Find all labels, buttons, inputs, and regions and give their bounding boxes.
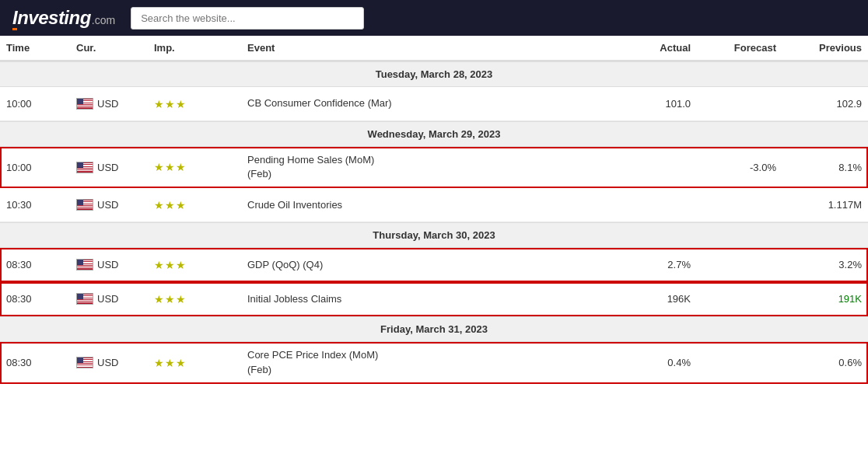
star-icon: ★ bbox=[176, 199, 186, 211]
importance-stars: ★★★ bbox=[154, 98, 235, 110]
event-currency: USD bbox=[70, 92, 148, 116]
flag-us-icon bbox=[76, 98, 93, 110]
star-icon: ★ bbox=[165, 259, 175, 271]
importance-stars: ★★★ bbox=[154, 357, 235, 369]
event-time: 08:30 bbox=[0, 351, 70, 375]
flag-us-icon bbox=[76, 357, 93, 368]
event-previous: 1.117M bbox=[782, 193, 868, 217]
star-icon: ★ bbox=[176, 161, 186, 173]
logo[interactable]: Investing .com bbox=[12, 7, 115, 29]
star-icon: ★ bbox=[154, 259, 164, 271]
event-previous: 3.2% bbox=[782, 253, 868, 277]
event-time: 10:00 bbox=[0, 92, 70, 116]
event-previous: 0.6% bbox=[782, 351, 868, 375]
col-currency: Cur. bbox=[70, 42, 148, 54]
event-title: Initial Jobless Claims bbox=[247, 293, 341, 305]
importance-stars: ★★★ bbox=[154, 259, 235, 271]
event-forecast bbox=[697, 199, 782, 211]
event-currency: USD bbox=[70, 287, 148, 311]
logo-investing-text: Investing bbox=[12, 7, 91, 29]
event-currency: USD bbox=[70, 351, 148, 375]
star-icon: ★ bbox=[165, 161, 175, 173]
flag-us-icon bbox=[76, 293, 93, 305]
event-importance: ★★★ bbox=[148, 92, 241, 117]
event-row[interactable]: 10:00 USD★★★CB Consumer Confidence (Mar)… bbox=[0, 87, 868, 121]
event-forecast bbox=[697, 357, 782, 369]
logo-dotcom-text: .com bbox=[92, 14, 115, 26]
star-icon: ★ bbox=[154, 293, 164, 305]
currency-label: USD bbox=[97, 98, 118, 110]
event-previous: 191K bbox=[782, 287, 868, 311]
table-container: Time Cur. Imp. Event Actual Forecast Pre… bbox=[0, 36, 868, 384]
day-header: Tuesday, March 28, 2023 bbox=[0, 61, 868, 87]
event-name[interactable]: CB Consumer Confidence (Mar) bbox=[241, 90, 619, 117]
event-currency: USD bbox=[70, 193, 148, 217]
event-name[interactable]: Initial Jobless Claims bbox=[241, 286, 619, 312]
event-title: GDP (QoQ) (Q4) bbox=[247, 259, 323, 270]
importance-stars: ★★★ bbox=[154, 161, 235, 173]
event-name[interactable]: Crude Oil Inventories bbox=[241, 192, 619, 218]
event-forecast: -3.0% bbox=[697, 155, 782, 180]
day-header: Wednesday, March 29, 2023 bbox=[0, 121, 868, 147]
event-row[interactable]: 08:30 USD★★★GDP (QoQ) (Q4)2.7%3.2% bbox=[0, 248, 868, 282]
star-icon: ★ bbox=[154, 98, 164, 110]
star-icon: ★ bbox=[165, 293, 175, 305]
event-actual: 2.7% bbox=[619, 253, 697, 277]
star-icon: ★ bbox=[165, 357, 175, 369]
event-row[interactable]: 10:00 USD★★★Pending Home Sales (MoM)(Feb… bbox=[0, 147, 868, 188]
event-title: Crude Oil Inventories bbox=[247, 199, 342, 211]
flag-us-icon bbox=[76, 162, 93, 173]
star-icon: ★ bbox=[165, 199, 175, 211]
event-time: 10:00 bbox=[0, 155, 70, 180]
event-row[interactable]: 08:30 USD★★★Initial Jobless Claims196K19… bbox=[0, 282, 868, 316]
star-icon: ★ bbox=[154, 199, 164, 211]
event-forecast bbox=[697, 259, 782, 271]
event-currency: USD bbox=[70, 253, 148, 277]
currency-label: USD bbox=[97, 199, 118, 211]
event-importance: ★★★ bbox=[148, 351, 241, 375]
event-forecast bbox=[697, 293, 782, 305]
event-previous: 8.1% bbox=[782, 155, 868, 180]
event-actual bbox=[619, 161, 697, 173]
flag-us-icon bbox=[76, 259, 93, 270]
event-currency: USD bbox=[70, 155, 148, 180]
importance-stars: ★★★ bbox=[154, 293, 235, 305]
star-icon: ★ bbox=[154, 161, 164, 173]
star-icon: ★ bbox=[165, 98, 175, 110]
event-actual bbox=[619, 199, 697, 211]
event-time: 08:30 bbox=[0, 253, 70, 277]
col-actual: Actual bbox=[619, 42, 697, 54]
col-forecast: Forecast bbox=[697, 42, 782, 54]
event-actual: 101.0 bbox=[619, 92, 697, 116]
event-name[interactable]: GDP (QoQ) (Q4) bbox=[241, 252, 619, 278]
col-previous: Previous bbox=[782, 42, 868, 54]
col-importance: Imp. bbox=[148, 42, 241, 54]
day-header: Friday, March 31, 2023 bbox=[0, 316, 868, 342]
column-headers: Time Cur. Imp. Event Actual Forecast Pre… bbox=[0, 36, 868, 61]
currency-label: USD bbox=[97, 357, 118, 368]
event-row[interactable]: 10:30 USD★★★Crude Oil Inventories1.117M bbox=[0, 188, 868, 222]
event-time: 10:30 bbox=[0, 193, 70, 217]
event-title: CB Consumer Confidence (Mar) bbox=[247, 97, 392, 109]
currency-label: USD bbox=[97, 293, 118, 305]
event-name[interactable]: Core PCE Price Index (MoM)(Feb) bbox=[241, 342, 619, 382]
event-row[interactable]: 08:30 USD★★★Core PCE Price Index (MoM)(F… bbox=[0, 342, 868, 383]
event-importance: ★★★ bbox=[148, 193, 241, 218]
day-header: Thursday, March 30, 2023 bbox=[0, 222, 868, 248]
event-name[interactable]: Pending Home Sales (MoM)(Feb) bbox=[241, 147, 619, 187]
event-importance: ★★★ bbox=[148, 155, 241, 180]
event-subtitle: (Feb) bbox=[247, 364, 271, 375]
event-previous: 102.9 bbox=[782, 92, 868, 116]
flag-us-icon bbox=[76, 199, 93, 211]
event-importance: ★★★ bbox=[148, 287, 241, 312]
star-icon: ★ bbox=[176, 293, 186, 305]
star-icon: ★ bbox=[176, 98, 186, 110]
events-container: Tuesday, March 28, 202310:00 USD★★★CB Co… bbox=[0, 61, 868, 384]
event-time: 08:30 bbox=[0, 287, 70, 311]
header: Investing .com bbox=[0, 0, 868, 36]
event-subtitle: (Feb) bbox=[247, 168, 271, 180]
star-icon: ★ bbox=[154, 357, 164, 369]
event-importance: ★★★ bbox=[148, 253, 241, 277]
search-input[interactable] bbox=[131, 7, 364, 30]
event-actual: 196K bbox=[619, 287, 697, 311]
